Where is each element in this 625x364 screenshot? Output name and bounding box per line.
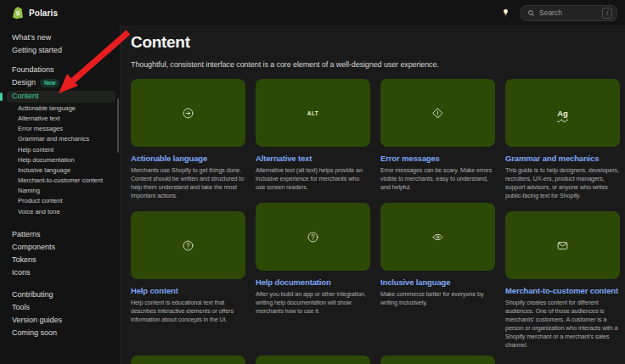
card-error-messages[interactable]: Error messages Error messages can be sca… [380, 79, 495, 192]
sidebar-subitem-label: Product content [18, 197, 63, 204]
sidebar-subitem-grammar-and-mechanics[interactable]: Grammar and mechanics [7, 134, 120, 144]
card-image[interactable] [131, 79, 245, 147]
card-description: Help content is educational text that de… [131, 299, 245, 324]
card-inclusive-language[interactable]: Inclusive language Make commerce better … [380, 203, 495, 307]
sidebar-subitem-label: Help content [18, 146, 53, 154]
sidebar-item-whats-new[interactable]: What's new [7, 31, 115, 43]
top-bar: S Polaris / [0, 0, 625, 25]
sidebar-subitem-help-content[interactable]: Help content [7, 144, 120, 154]
page-title: Content [131, 34, 621, 51]
sidebar-subitem-label: Inclusive language [18, 166, 70, 174]
sidebar-item-patterns[interactable]: Patterns [7, 229, 115, 241]
card-help-content[interactable]: Help content Help content is educational… [131, 211, 245, 324]
theme-toggle-button[interactable] [499, 6, 511, 20]
sidebar-subitem-product-content[interactable]: Product content [7, 196, 120, 206]
sidebar-item-label: Content [12, 92, 39, 100]
card-image[interactable]: ALT [256, 79, 370, 147]
sidebar-library-group: Patterns Components Tokens Icons [0, 229, 120, 279]
sidebar-scrollbar-thumb[interactable] [117, 98, 119, 153]
card-description: Shopify creates content for different au… [505, 299, 620, 350]
card-image[interactable] [256, 203, 370, 271]
sidebar-item-components[interactable]: Components [7, 242, 115, 254]
sidebar-item-label: Getting started [12, 47, 62, 54]
typography-ag-icon: Ag [557, 109, 568, 118]
sidebar-item-label: Icons [12, 269, 31, 277]
sidebar-item-tokens[interactable]: Tokens [7, 255, 115, 266]
card-grammar-and-mechanics[interactable]: Ag Grammar and mechanics This guide is t… [505, 79, 620, 200]
card-column-4: Ag Grammar and mechanics This guide is t… [505, 79, 620, 350]
sidebar-subitem-label: Actionable language [18, 104, 76, 112]
sidebar-item-version-guides[interactable]: Version guides [7, 315, 115, 327]
card-image[interactable]: Ag [505, 79, 620, 147]
arrow-right-circle-icon [182, 107, 194, 120]
sidebar-item-foundations[interactable]: Foundations [7, 64, 115, 76]
sidebar-item-label: Tools [12, 304, 30, 311]
sidebar-item-contributing[interactable]: Contributing [7, 289, 115, 301]
card-title-link[interactable]: Inclusive language [380, 277, 495, 287]
card-image[interactable] [380, 203, 495, 271]
sidebar-subitem-help-documentation[interactable]: Help documentation [7, 154, 120, 165]
card-image-partial[interactable] [256, 356, 370, 364]
card-title-link[interactable]: Merchant-to-customer content [505, 286, 620, 295]
search-input[interactable] [539, 8, 598, 17]
sidebar-subitem-error-messages[interactable]: Error messages [7, 124, 120, 134]
card-actionable-language[interactable]: Actionable language Merchants use Shopif… [131, 79, 245, 200]
sidebar-item-icons[interactable]: Icons [7, 267, 115, 279]
sidebar-subitem-label: Grammar and mechanics [18, 135, 89, 143]
card-image[interactable] [131, 211, 245, 279]
sidebar-subitem-voice-and-tone[interactable]: Voice and tone [7, 206, 120, 216]
card-description: Error messages can be scary. Make errors… [380, 166, 495, 192]
card-title-link[interactable]: Help documentation [256, 277, 370, 287]
svg-text:S: S [15, 10, 20, 16]
shopify-bag-logo-icon: S [12, 6, 24, 20]
card-title-link[interactable]: Actionable language [131, 154, 245, 163]
sidebar-item-coming-soon[interactable]: Coming soon [7, 328, 115, 339]
sidebar-foundations-group: Foundations Design New Content Actionabl… [0, 64, 120, 217]
sidebar-item-label: Coming soon [12, 329, 57, 337]
card-image-partial[interactable] [131, 356, 245, 364]
card-alternative-text[interactable]: ALT Alternative text Alternative text (a… [256, 79, 370, 192]
search-shortcut-hint: / [602, 8, 612, 19]
card-grid: Actionable language Merchants use Shopif… [131, 79, 621, 350]
card-column-1: Actionable language Merchants use Shopif… [131, 79, 245, 350]
card-description: Make commerce better for everyone by wri… [380, 290, 495, 307]
sidebar-subitem-alternative-text[interactable]: Alternative text [7, 114, 120, 124]
card-description: Merchants use Shopify to get things done… [131, 166, 245, 200]
card-image[interactable] [505, 211, 620, 279]
sidebar-top-links: What's new Getting started [0, 31, 120, 56]
sidebar-nav: What's new Getting started Foundations D… [0, 25, 121, 364]
alert-diamond-icon [431, 107, 444, 120]
sidebar-item-design[interactable]: Design New [7, 76, 115, 90]
sidebar-subitem-actionable-language[interactable]: Actionable language [7, 104, 120, 114]
card-merchant-to-customer-content[interactable]: Merchant-to-customer content Shopify cre… [505, 211, 620, 350]
sidebar-subitem-inclusive-language[interactable]: Inclusive language [7, 165, 120, 176]
card-title-link[interactable]: Alternative text [256, 154, 370, 163]
card-title-link[interactable]: Help content [131, 286, 245, 295]
card-image-partial[interactable] [380, 356, 495, 364]
polaris-home-link[interactable]: S Polaris [12, 6, 58, 20]
sidebar-subitem-label: Merchant-to-customer content [18, 176, 103, 184]
card-title-link[interactable]: Grammar and mechanics [505, 154, 620, 163]
sidebar-item-label: Contributing [12, 291, 53, 299]
page-subtitle: Thoughtful, consistent interface content… [131, 60, 621, 69]
sidebar-subitem-naming[interactable]: Naming [7, 186, 120, 196]
sidebar-item-label: Tokens [12, 256, 37, 264]
card-title-link[interactable]: Error messages [380, 154, 495, 163]
sidebar-item-getting-started[interactable]: Getting started [7, 44, 115, 56]
email-envelope-icon [556, 239, 569, 252]
card-column-2: ALT Alternative text Alternative text (a… [256, 79, 370, 350]
sidebar-item-tools[interactable]: Tools [7, 302, 115, 314]
lightbulb-icon [502, 8, 510, 19]
card-help-documentation[interactable]: Help documentation After you build an ap… [256, 203, 370, 316]
sidebar-subitem-label: Error messages [18, 125, 63, 132]
sidebar-subitem-label: Alternative text [18, 115, 60, 122]
sidebar-item-label: What's new [12, 34, 51, 42]
search-box[interactable]: / [521, 5, 617, 21]
sidebar-subitem-merchant-to-customer-content[interactable]: Merchant-to-customer content [7, 176, 120, 186]
card-image[interactable] [380, 79, 495, 147]
new-badge: New [40, 79, 59, 88]
sidebar-item-content[interactable]: Content [7, 91, 115, 103]
alt-badge-icon: ALT [307, 110, 318, 116]
sidebar-subitem-label: Voice and tone [18, 208, 60, 216]
main-content: Content Thoughtful, consistent interface… [121, 25, 625, 364]
